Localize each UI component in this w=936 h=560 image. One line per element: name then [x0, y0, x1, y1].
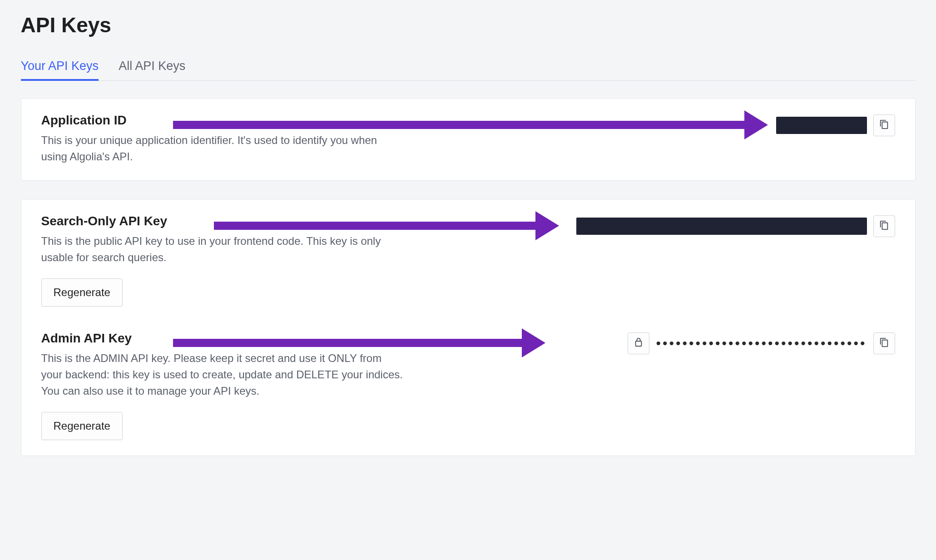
admin-key-value-masked: ••••••••••••••••••••••••••••••••	[656, 337, 867, 350]
admin-key-desc: This is the ADMIN API key. Please keep i…	[41, 350, 405, 399]
copy-icon	[879, 337, 889, 349]
tabs: Your API Keys All API Keys	[21, 55, 916, 81]
lock-icon	[634, 337, 644, 349]
card-api-keys: Search-Only API Key This is the public A…	[21, 199, 916, 456]
tab-all-api-keys[interactable]: All API Keys	[119, 55, 185, 80]
copy-icon	[879, 119, 889, 131]
copy-application-id-button[interactable]	[873, 114, 895, 136]
search-key-desc: This is the public API key to use in you…	[41, 233, 405, 266]
regenerate-admin-key-button[interactable]: Regenerate	[41, 412, 123, 440]
regenerate-search-key-button[interactable]: Regenerate	[41, 278, 123, 307]
search-key-value-redacted	[576, 218, 867, 235]
card-application-id: Application ID This is your unique appli…	[21, 98, 916, 181]
copy-search-key-button[interactable]	[873, 215, 895, 237]
copy-admin-key-button[interactable]	[873, 332, 895, 354]
application-id-value-redacted	[776, 117, 867, 134]
copy-icon	[879, 220, 889, 232]
reveal-admin-key-button[interactable]	[628, 332, 649, 354]
application-id-desc: This is your unique application identifi…	[41, 132, 405, 165]
page-title: API Keys	[21, 13, 916, 37]
tab-your-api-keys[interactable]: Your API Keys	[21, 55, 99, 80]
